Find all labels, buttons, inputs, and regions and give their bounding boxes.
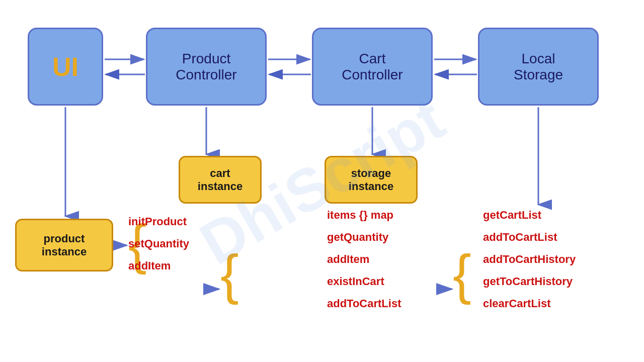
product-controller-box: ProductController	[146, 28, 267, 106]
method-getToCartHistory: getToCartHistory	[483, 275, 576, 288]
method-addItem-storage: addItem	[327, 253, 401, 266]
method-existInCart: existInCart	[327, 275, 401, 288]
method-addItem-product: addItem	[128, 259, 189, 273]
method-getCartList: getCartList	[483, 209, 576, 222]
ui-label: UI	[52, 52, 78, 82]
storage-instance-label: storageinstance	[349, 167, 393, 193]
ui-box: UI	[28, 28, 103, 106]
cart-instance-box: cartinstance	[179, 156, 262, 204]
architecture-diagram: DhiScript	[0, 0, 644, 362]
method-items-map: items {} map	[327, 209, 401, 222]
localstorage-brace-left: {	[453, 246, 471, 302]
product-methods: initProduct setQuantity addItem	[128, 215, 189, 273]
storage-brace-left: {	[220, 246, 239, 302]
product-instance-box: productinstance	[15, 219, 113, 272]
local-storage-box: LocalStorage	[478, 28, 599, 106]
product-controller-label: ProductController	[176, 51, 236, 83]
method-clearCartList: clearCartList	[483, 297, 576, 310]
cart-instance-label: cartinstance	[198, 167, 243, 193]
method-addToCartHistory: addToCartHistory	[483, 253, 576, 266]
storage-methods: items {} map getQuantity addItem existIn…	[327, 209, 401, 310]
localstorage-methods: getCartList addToCartList addToCartHisto…	[483, 209, 576, 310]
method-addToCartList-storage: addToCartList	[327, 297, 401, 310]
method-initProduct: initProduct	[128, 215, 189, 228]
cart-controller-box: CartController	[312, 28, 433, 106]
method-setQuantity: setQuantity	[128, 237, 189, 250]
method-getQuantity: getQuantity	[327, 231, 401, 244]
method-addToCartList-ls: addToCartList	[483, 231, 576, 244]
local-storage-label: LocalStorage	[514, 51, 563, 83]
cart-controller-label: CartController	[342, 51, 403, 83]
storage-instance-box: storageinstance	[325, 156, 418, 204]
product-instance-label: productinstance	[42, 232, 87, 258]
